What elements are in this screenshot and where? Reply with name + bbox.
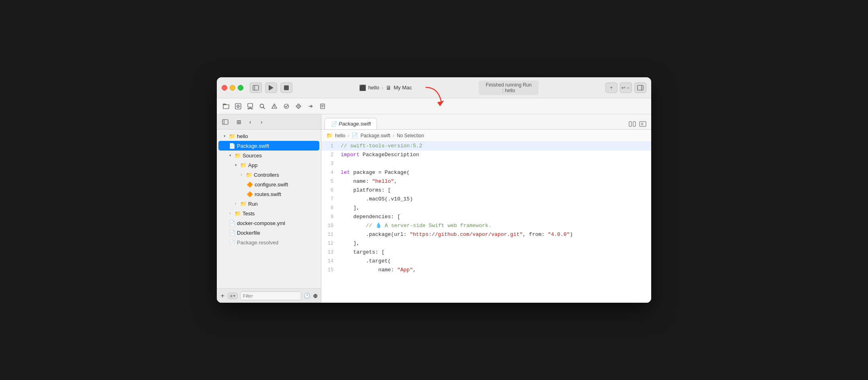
- target-name: My Mac: [394, 85, 412, 91]
- source-control-icon[interactable]: [233, 101, 243, 112]
- code-content: ],: [339, 239, 651, 248]
- editor-layout-button[interactable]: ↩→: [620, 83, 632, 93]
- code-content: let package = Package(: [339, 168, 651, 177]
- split-editor-button[interactable]: [638, 119, 648, 129]
- item-label: Controllers: [254, 172, 279, 178]
- svg-rect-15: [251, 108, 253, 109]
- code-line-2: 2 import PackageDescription: [321, 151, 651, 159]
- line-number: 6: [321, 186, 339, 195]
- minimize-button[interactable]: [230, 85, 235, 91]
- sidebar-toggle-button[interactable]: [250, 83, 262, 93]
- item-label: docker-compose.yml: [237, 220, 285, 226]
- add-editor-button[interactable]: +: [605, 83, 617, 93]
- yaml-icon: 📄: [228, 219, 236, 227]
- back-icon[interactable]: ‹: [245, 117, 255, 127]
- code-content: dependencies: [: [339, 213, 651, 221]
- sidebar-item-hello[interactable]: ▾ 📁 hello: [218, 131, 319, 141]
- svg-point-22: [298, 105, 299, 107]
- forward-icon[interactable]: ›: [256, 117, 267, 127]
- line-number: 1: [321, 142, 339, 151]
- line-number: 2: [321, 151, 339, 159]
- scheme-breadcrumb: ⬛ hello › 🖥 My Mac: [359, 85, 412, 91]
- code-editor[interactable]: 1 // swift-tools-version:5.2 2 import Pa…: [321, 142, 651, 303]
- code-content: // 💧 A server-side Swift web framework.: [339, 221, 651, 230]
- sort-dropdown[interactable]: ≡ ▾: [228, 293, 238, 299]
- report-icon[interactable]: [317, 101, 328, 112]
- breakpoints-icon[interactable]: [305, 101, 316, 112]
- main-area: ⊞ ‹ › ▾ 📁 hello 📄 Package.swift: [217, 114, 651, 303]
- folder-icon: 📁: [234, 210, 241, 217]
- code-line-10: 10 // 💧 A server-side Swift web framewor…: [321, 221, 651, 230]
- tab-label: Package.swift: [339, 121, 371, 127]
- item-label: App: [248, 162, 257, 168]
- code-line-12: 12 ],: [321, 239, 651, 248]
- close-button[interactable]: [222, 85, 227, 91]
- code-content: name: "hello",: [339, 177, 651, 186]
- breadcrumb-sep2: ›: [393, 133, 394, 138]
- line-number: 4: [321, 168, 339, 177]
- svg-rect-31: [633, 122, 636, 126]
- breadcrumb-sep1: ›: [382, 85, 383, 90]
- chevron-icon: ▾: [222, 133, 227, 139]
- code-line-7: 7 .macOS(.v10_15): [321, 195, 651, 204]
- navigator-folder-icon[interactable]: [221, 101, 231, 112]
- line-number: 14: [321, 257, 339, 266]
- sidebar-item-app[interactable]: ▾ 📁 App: [218, 160, 319, 170]
- line-number: 7: [321, 195, 339, 204]
- history-icon[interactable]: 🕐: [304, 291, 310, 301]
- sidebar-item-docker-compose[interactable]: 📄 docker-compose.yml: [218, 218, 319, 228]
- item-label: Run: [248, 201, 258, 207]
- breadcrumb-sep: ›: [348, 133, 349, 138]
- svg-marker-21: [296, 104, 301, 109]
- svg-rect-28: [222, 120, 228, 124]
- sidebar-item-routes[interactable]: 🔶 routes.swift: [218, 189, 319, 199]
- search-icon[interactable]: [257, 101, 267, 112]
- sidebar-nav-icon[interactable]: [220, 117, 230, 127]
- add-filter-button[interactable]: ⊕: [313, 291, 318, 301]
- sidebar-item-package-resolved[interactable]: 📄 Package.resolved: [218, 238, 319, 247]
- add-item-button[interactable]: +: [220, 291, 225, 301]
- tab-package-swift[interactable]: 📄 Package.swift: [325, 118, 377, 129]
- code-line-9: 9 dependencies: [: [321, 213, 651, 221]
- filter-input[interactable]: [240, 291, 301, 300]
- folder-icon: 📁: [228, 132, 236, 140]
- code-content: [339, 159, 651, 168]
- tests-icon[interactable]: [281, 101, 292, 112]
- issues-icon[interactable]: [269, 101, 280, 112]
- sidebar-toolbar: ⊞ ‹ ›: [217, 114, 321, 130]
- sidebar-item-configure[interactable]: 🔶 configure.swift: [218, 180, 319, 189]
- item-label: hello: [237, 133, 248, 139]
- breadcrumb-selection: No Selection: [397, 133, 424, 138]
- sidebar-item-run[interactable]: › 📁 Run: [218, 199, 319, 209]
- sidebar-item-tests[interactable]: › 📁 Tests: [218, 209, 319, 218]
- diff-view-button[interactable]: [627, 119, 638, 129]
- sidebar-item-package-swift[interactable]: 📄 Package.swift: [218, 141, 319, 151]
- line-number: 10: [321, 221, 339, 230]
- run-button[interactable]: [265, 83, 277, 93]
- code-content: targets: [: [339, 248, 651, 257]
- hierarchy-icon[interactable]: [245, 101, 255, 112]
- line-number: 5: [321, 177, 339, 186]
- status-label: Finished running Run : hello: [479, 81, 539, 95]
- breadcrumb-file: Package.swift: [360, 133, 390, 138]
- memory-icon[interactable]: [293, 101, 304, 112]
- svg-marker-3: [269, 85, 274, 91]
- svg-rect-1: [253, 85, 259, 90]
- code-line-15: 15 name: "App",: [321, 266, 651, 275]
- code-content: import PackageDescription: [339, 151, 651, 159]
- chevron-icon: ›: [239, 172, 244, 178]
- svg-rect-5: [638, 85, 643, 90]
- grid-icon[interactable]: ⊞: [234, 117, 244, 127]
- fullscreen-button[interactable]: [238, 85, 243, 91]
- sidebar-item-controllers[interactable]: › 📁 Controllers: [218, 170, 319, 180]
- sidebar-item-dockerfile[interactable]: 📄 Dockerfile: [218, 228, 319, 238]
- line-number: 11: [321, 230, 339, 239]
- sidebar-item-sources[interactable]: ▾ 📁 Sources: [218, 151, 319, 160]
- svg-point-19: [274, 107, 274, 107]
- line-number: 3: [321, 159, 339, 168]
- stop-button[interactable]: [280, 83, 292, 93]
- line-number: 9: [321, 213, 339, 221]
- code-line-13: 13 targets: [: [321, 248, 651, 257]
- inspector-toggle-button[interactable]: [634, 83, 646, 93]
- folder-icon: 📁: [240, 200, 247, 207]
